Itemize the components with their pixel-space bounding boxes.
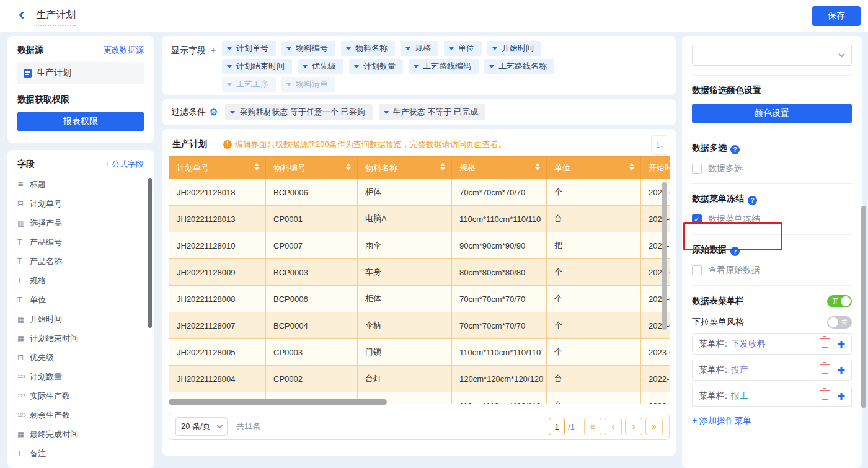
horizontal-scrollbar[interactable] xyxy=(169,399,387,405)
display-chip[interactable]: 优先级 xyxy=(298,59,343,74)
menubar-item-value[interactable]: 报工 xyxy=(731,391,748,402)
display-chip[interactable]: 开始时间 xyxy=(487,41,541,56)
table-row[interactable]: JH20221128004CP0002台灯120cm*120cm*120/120… xyxy=(169,366,670,392)
column-header[interactable]: 规格 xyxy=(452,157,547,179)
help-icon[interactable]: ? xyxy=(748,196,757,205)
display-chip[interactable]: 单位 xyxy=(444,41,482,56)
sort-carets-icon xyxy=(254,163,259,170)
field-item-final-finish-time[interactable]: ▦最终完成时间 xyxy=(17,425,144,444)
delete-icon[interactable] xyxy=(822,366,828,374)
page-number-input[interactable] xyxy=(549,418,565,435)
field-item-title[interactable]: ≣标题 xyxy=(17,175,144,194)
field-item-product-no[interactable]: T产品编号 xyxy=(17,232,144,252)
next-page-button[interactable]: › xyxy=(625,418,642,435)
field-item-remaining-qty[interactable]: 123剩余生产数 xyxy=(17,405,144,425)
preview-notice: ! 编辑界面只取数据源前200条作为查询数据预览，完整数据请访问页面查看。 xyxy=(223,139,507,150)
display-chip[interactable]: 计划单号 xyxy=(222,41,276,56)
back-button[interactable] xyxy=(16,10,29,22)
display-fields-card: 显示字段 + 计划单号 物料编号 物料名称 规格 单位 开始时间 计划结束时间 … xyxy=(162,36,676,95)
field-item-spec[interactable]: T规格 xyxy=(17,271,144,290)
divider xyxy=(692,75,852,76)
number-icon: 123 xyxy=(17,412,30,418)
display-chip-disabled[interactable]: 工艺工序 xyxy=(222,77,276,92)
datasource-item[interactable]: 生产计划 xyxy=(17,62,144,84)
sort-order-icon[interactable]: 1↓ xyxy=(651,135,668,155)
column-header[interactable]: 开始时间 xyxy=(641,157,670,179)
dropdown-style-toggle-off[interactable]: 关 xyxy=(827,316,852,329)
help-icon[interactable]: ? xyxy=(730,247,740,256)
delete-icon[interactable] xyxy=(822,340,828,348)
filter-label: 过滤条件 xyxy=(171,107,206,118)
fields-scrollbar[interactable] xyxy=(148,178,152,328)
field-item-select-product[interactable]: ▥选择产品 xyxy=(17,213,144,232)
column-header[interactable]: 物料名称 xyxy=(358,157,452,179)
move-icon[interactable]: ✚ xyxy=(837,340,845,349)
column-header[interactable]: 单位 xyxy=(547,157,641,179)
first-page-button[interactable]: « xyxy=(584,418,601,435)
table-row[interactable]: JH20221128005CP0003门锁110cm*110cm*110/110… xyxy=(169,339,670,366)
table-row[interactable]: JH20221128013CP0001电脑A110cm*110cm*110/11… xyxy=(169,206,670,232)
menubar-item-value[interactable]: 投产 xyxy=(731,364,748,376)
field-item-remark[interactable]: T备注 xyxy=(17,444,144,463)
multi-select-checkbox[interactable]: 数据多选 xyxy=(692,163,852,174)
toggle-knob xyxy=(828,317,838,327)
menubar-toggle-on[interactable]: 开 xyxy=(827,295,852,307)
filter-chip[interactable]: 生产状态 不等于 已完成 xyxy=(379,104,485,120)
display-fields-label: 显示字段 xyxy=(171,45,206,55)
raw-data-checkbox[interactable]: 查看原始数据 xyxy=(692,265,852,276)
table-row[interactable]: JH20221128018BCP0006柜体70cm*70cm*70/70个20… xyxy=(169,179,670,206)
display-chip-disabled[interactable]: 物料清单 xyxy=(281,77,335,92)
page-scrollbar[interactable] xyxy=(861,206,866,408)
field-item-product-name[interactable]: T产品名称 xyxy=(17,252,144,271)
panel-select[interactable] xyxy=(692,45,852,66)
toggle-knob xyxy=(841,296,851,306)
move-icon[interactable]: ✚ xyxy=(837,366,845,375)
column-header[interactable]: 计划单号 xyxy=(169,157,266,179)
field-item-start-time[interactable]: ▦开始时间 xyxy=(17,309,144,329)
field-item-priority[interactable]: ⊡优先级 xyxy=(17,348,144,367)
change-datasource-link[interactable]: 更改数据源 xyxy=(104,45,144,56)
last-page-button[interactable]: » xyxy=(645,418,663,435)
page-size-select[interactable]: 20 条/页 xyxy=(175,417,228,436)
table-row[interactable]: JH20221128010CP0007雨伞90cm*90cm*90/90把202… xyxy=(169,232,670,259)
menubar-item-value[interactable]: 下发收料 xyxy=(731,338,766,350)
display-chip[interactable]: 工艺路线名称 xyxy=(484,59,554,74)
display-chip[interactable]: 计划结束时间 xyxy=(222,59,292,74)
field-item-plan-qty[interactable]: 123计划数量 xyxy=(17,367,144,386)
display-chip[interactable]: 计划数量 xyxy=(349,59,403,74)
field-item-actual-qty[interactable]: 123实际生产数 xyxy=(17,386,144,405)
add-action-menu-link[interactable]: + 添加操作菜单 xyxy=(692,415,751,426)
vertical-scrollbar[interactable] xyxy=(662,182,667,330)
display-chip[interactable]: 规格 xyxy=(401,41,438,56)
add-display-field-button[interactable]: + xyxy=(211,45,216,55)
save-button[interactable]: 保存 xyxy=(812,6,861,26)
add-formula-field-link[interactable]: + 公式字段 xyxy=(105,159,144,170)
help-icon[interactable]: ? xyxy=(730,145,740,154)
chevron-down-icon xyxy=(303,65,308,68)
field-item-plan-end-time[interactable]: ▦计划结束时间 xyxy=(17,329,144,348)
dropdown-style-label: 下拉菜单风格 xyxy=(692,317,744,328)
chevron-down-icon xyxy=(384,111,389,114)
fields-title: 字段 xyxy=(17,159,35,170)
color-settings-button[interactable]: 颜色设置 xyxy=(692,104,852,123)
display-chip[interactable]: 工艺路线编码 xyxy=(409,59,479,74)
display-chip[interactable]: 物料名称 xyxy=(341,41,395,56)
display-chip[interactable]: 物料编号 xyxy=(281,41,335,56)
move-icon[interactable]: ✚ xyxy=(837,392,845,401)
report-permission-button[interactable]: 报表权限 xyxy=(17,112,144,131)
table-card: 生产计划 ! 编辑界面只取数据源前200条作为查询数据预览，完整数据请访问页面查… xyxy=(162,129,676,456)
date-icon: ▦ xyxy=(17,315,30,324)
filter-chip[interactable]: 采购耗材状态 等于任意一个 已采购 xyxy=(225,104,372,120)
table-row[interactable]: JH20221128008BCP0006柜体70cm*70cm*70/70个20… xyxy=(169,286,670,312)
gear-icon[interactable]: ⚙ xyxy=(210,107,218,118)
field-item-plan-no[interactable]: ⊟计划单号 xyxy=(17,194,144,213)
document-icon xyxy=(24,69,32,78)
delete-icon[interactable] xyxy=(822,392,828,400)
table-row[interactable]: JH20221128007BCP0004伞柄70cm*70cm*70/70个20… xyxy=(169,312,670,339)
table-row[interactable]: JH20221128009BCP0003车身80cm*80cm*80/80个20… xyxy=(169,259,670,286)
menu-freeze-checkbox[interactable]: ✓ 数据菜单冻结 xyxy=(692,214,852,225)
prev-page-button[interactable]: ‹ xyxy=(604,418,622,435)
column-header[interactable]: 物料编号 xyxy=(266,157,358,179)
field-item-unit[interactable]: T单位 xyxy=(17,290,144,309)
number-icon: 123 xyxy=(17,374,30,379)
